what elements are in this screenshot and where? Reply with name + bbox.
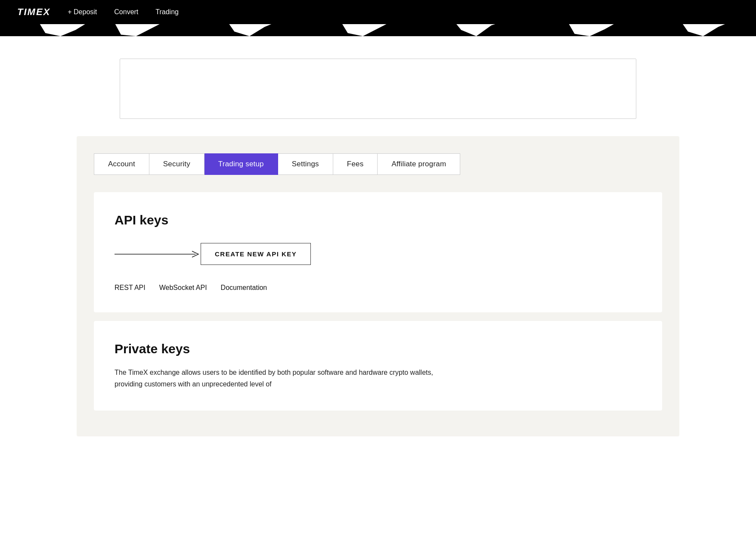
convert-link[interactable]: Convert [114,8,138,16]
api-keys-title: API keys [115,213,641,227]
tab-settings[interactable]: Settings [278,153,333,175]
trading-link[interactable]: Trading [155,8,179,16]
logo[interactable]: TIMEX [17,6,50,18]
tab-affiliate-program[interactable]: Affiliate program [378,153,460,175]
documentation-link[interactable]: Documentation [221,284,267,292]
private-keys-title: Private keys [115,342,641,356]
private-keys-card: Private keys The TimeX exchange allows u… [94,321,662,411]
websocket-api-link[interactable]: WebSocket API [159,284,207,292]
private-keys-description: The TimeX exchange allows users to be id… [115,367,459,390]
tabs-row: Account Security Trading setup Settings … [77,153,679,192]
deposit-link[interactable]: + Deposit [68,8,97,16]
create-api-key-button[interactable]: CREATE NEW API KEY [201,243,311,265]
create-row: CREATE NEW API KEY [115,243,641,265]
page-content: Account Security Trading setup Settings … [0,24,756,436]
arrow-line [115,249,201,259]
tab-security[interactable]: Security [149,153,204,175]
navbar: TIMEX + Deposit Convert Trading [0,0,756,24]
tab-trading-setup[interactable]: Trading setup [204,153,278,175]
tab-account[interactable]: Account [94,153,149,175]
rest-api-link[interactable]: REST API [115,284,146,292]
header-box [120,59,636,119]
main-panel: Account Security Trading setup Settings … [77,136,679,436]
api-links-row: REST API WebSocket API Documentation [115,284,641,292]
tab-fees[interactable]: Fees [333,153,378,175]
api-keys-card: API keys CREATE NEW API KEY REST API Web… [94,192,662,312]
